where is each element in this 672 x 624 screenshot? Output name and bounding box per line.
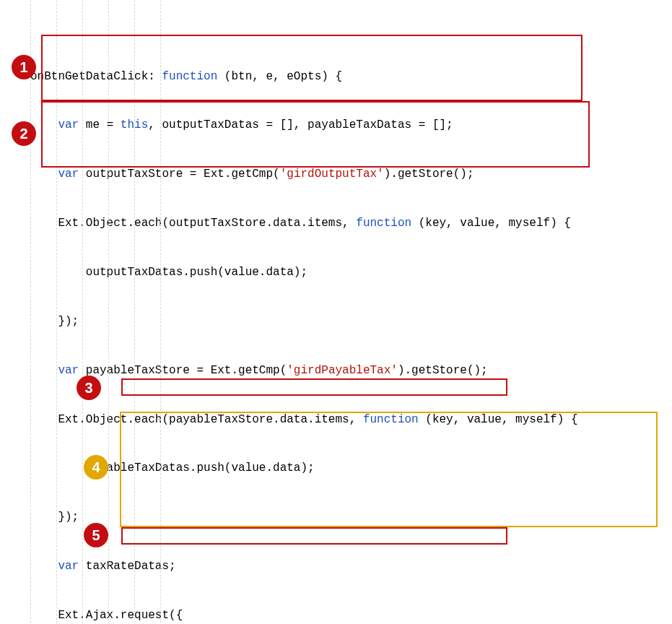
- annotation-badge-4: 4: [84, 455, 108, 480]
- annotation-badge-1: 1: [12, 55, 36, 79]
- annotation-badge-5: 5: [84, 523, 108, 547]
- code-line: });: [30, 509, 672, 526]
- code-line: var outputTaxStore = Ext.getCmp('girdOut…: [30, 166, 672, 183]
- annotation-badge-2: 2: [12, 121, 36, 146]
- code-line: payableTaxDatas.push(value.data);: [30, 460, 672, 477]
- code-line: var taxRateDatas;: [30, 558, 672, 575]
- code-line: var me = this, outputTaxDatas = [], paya…: [30, 117, 672, 134]
- code-line: Ext.Ajax.request({: [30, 607, 672, 624]
- code-line: onBtnGetDataClick: function (btn, e, eOp…: [30, 69, 672, 85]
- code-line: Ext.Object.each(payableTaxStore.data.ite…: [30, 412, 672, 428]
- annotation-badge-3: 3: [77, 376, 101, 400]
- code-line: });: [30, 313, 672, 330]
- code-line: var payableTaxStore = Ext.getCmp('girdPa…: [30, 363, 672, 379]
- code-line: Ext.Object.each(outputTaxStore.data.item…: [30, 215, 672, 232]
- code-line: outputTaxDatas.push(value.data);: [30, 264, 672, 281]
